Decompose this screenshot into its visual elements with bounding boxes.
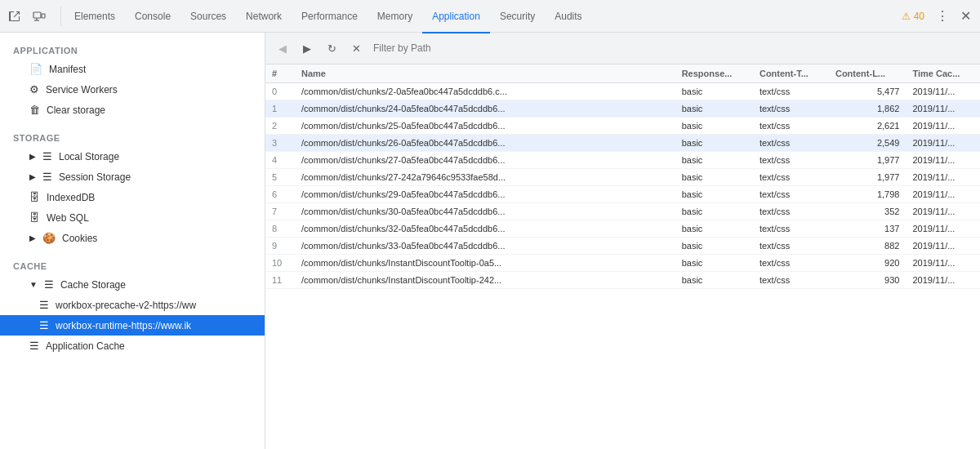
inspect-icon[interactable] [3,5,26,28]
sidebar-item-local-storage-label: Local Storage [59,151,119,162]
cell-content-type: text/css [753,272,829,289]
sidebar-item-workbox-runtime[interactable]: ☰ workbox-runtime-https://www.ik [0,315,265,336]
cell-num: 7 [265,203,295,220]
tab-elements[interactable]: Elements [65,1,125,33]
cell-content-type: text/css [753,135,829,152]
sidebar-item-local-storage[interactable]: ▶ ☰ Local Storage [0,146,265,167]
cell-response: basic [675,272,753,289]
sidebar-item-indexeddb[interactable]: 🗄 IndexedDB [0,187,265,207]
sidebar-item-service-workers-label: Service Workers [46,84,118,96]
cell-response: basic [675,203,753,220]
refresh-button[interactable]: ↻ [321,38,342,59]
warning-icon: ⚠ [902,11,911,22]
table-row[interactable]: 1 /common/dist/chunks/24-0a5fea0bc447a5d… [265,100,980,118]
cell-content-length: 5,477 [829,83,906,100]
col-header-content-type[interactable]: Content-T... [753,64,829,83]
sidebar-item-session-storage[interactable]: ▶ ☰ Session Storage [0,167,265,187]
sidebar-item-web-sql-label: Web SQL [47,212,89,224]
table-row[interactable]: 3 /common/dist/chunks/26-0a5fea0bc447a5d… [265,135,980,152]
cell-num: 5 [265,169,295,186]
table-row[interactable]: 4 /common/dist/chunks/27-0a5fea0bc447a5d… [265,152,980,169]
sidebar-item-service-workers[interactable]: ⚙ Service Workers [0,79,265,100]
sidebar-item-web-sql[interactable]: 🗄 Web SQL [0,207,265,228]
tab-audits[interactable]: Audits [545,1,591,33]
cell-num: 10 [265,255,295,272]
arrow-icon: ▶ [29,152,36,161]
tab-performance[interactable]: Performance [292,1,368,33]
sidebar-item-cache-storage-label: Cache Storage [60,279,126,291]
tab-application[interactable]: Application [422,1,490,33]
cell-content-length: 352 [829,203,906,220]
filter-input[interactable] [370,41,973,56]
svg-rect-0 [33,12,41,18]
sidebar-item-cookies[interactable]: ▶ 🍪 Cookies [0,228,265,248]
tab-console[interactable]: Console [125,1,180,33]
cell-num: 9 [265,238,295,255]
workbox-runtime-icon: ☰ [39,319,49,331]
sidebar-item-workbox-runtime-label: workbox-runtime-https://www.ik [56,320,191,331]
sidebar-section-application: Application [0,39,265,59]
cell-num: 6 [265,186,295,203]
tab-network[interactable]: Network [236,1,292,33]
cell-content-type: text/css [753,203,829,220]
clear-storage-icon: 🗑 [29,104,40,116]
cell-name: /common/dist/chunks/26-0a5fea0bc447a5dcd… [295,135,675,152]
table-row[interactable]: 7 /common/dist/chunks/30-0a5fea0bc447a5d… [265,203,980,220]
cell-content-length: 1,862 [829,100,906,118]
table-row[interactable]: 2 /common/dist/chunks/25-0a5fea0bc447a5d… [265,118,980,135]
tab-security[interactable]: Security [490,1,545,33]
cell-response: basic [675,220,753,238]
more-options-button[interactable]: ⋮ [931,5,954,28]
back-button[interactable]: ◀ [272,38,293,59]
cell-response: basic [675,83,753,100]
sidebar-item-manifest-label: Manifest [49,64,86,75]
table-row[interactable]: 11 /common/dist/chunks/InstantDiscountTo… [265,272,980,289]
col-header-response[interactable]: Response... [675,64,753,83]
table-row[interactable]: 9 /common/dist/chunks/33-0a5fea0bc447a5d… [265,238,980,255]
cache-table: # Name Response... Content-T... Content-… [265,64,980,449]
table-row[interactable]: 6 /common/dist/chunks/29-0a5fea0bc447a5d… [265,186,980,203]
cell-name: /common/dist/chunks/25-0a5fea0bc447a5dcd… [295,118,675,135]
sidebar-item-workbox-precache[interactable]: ☰ workbox-precache-v2-https://ww [0,295,265,315]
cell-time-cache: 2019/11/... [906,238,980,255]
clear-button[interactable]: ✕ [345,38,367,59]
cell-content-type: text/css [753,238,829,255]
svg-rect-1 [42,14,45,18]
cell-content-type: text/css [753,152,829,169]
cell-content-length: 2,621 [829,118,906,135]
col-header-content-length[interactable]: Content-L... [829,64,906,83]
sidebar-item-clear-storage[interactable]: 🗑 Clear storage [0,100,265,120]
cache-storage-icon: ☰ [44,278,54,291]
cell-time-cache: 2019/11/... [906,152,980,169]
device-icon[interactable] [28,5,51,28]
sidebar-item-manifest[interactable]: 📄 Manifest [0,59,265,79]
sidebar-item-workbox-precache-label: workbox-precache-v2-https://ww [56,300,196,311]
cell-time-cache: 2019/11/... [906,83,980,100]
cell-content-type: text/css [753,100,829,118]
cell-content-length: 882 [829,238,906,255]
sidebar-item-application-cache[interactable]: ☰ Application Cache [0,336,265,356]
col-header-name[interactable]: Name [295,64,675,83]
close-button[interactable]: ✕ [954,5,977,28]
cache-entries-table: # Name Response... Content-T... Content-… [265,64,980,289]
sidebar-section-cache: Cache [0,255,265,274]
cell-name: /common/dist/chunks/33-0a5fea0bc447a5dcd… [295,238,675,255]
cell-time-cache: 2019/11/... [906,203,980,220]
table-row[interactable]: 8 /common/dist/chunks/32-0a5fea0bc447a5d… [265,220,980,238]
cell-content-length: 1,977 [829,169,906,186]
warning-badge[interactable]: ⚠ 40 [895,9,931,24]
col-header-num[interactable]: # [265,64,295,83]
sidebar-item-cache-storage[interactable]: ▼ ☰ Cache Storage [0,274,265,295]
table-row[interactable]: 10 /common/dist/chunks/InstantDiscountTo… [265,255,980,272]
tab-sources[interactable]: Sources [180,1,236,33]
tab-memory[interactable]: Memory [368,1,422,33]
forward-button[interactable]: ▶ [296,38,318,59]
cell-time-cache: 2019/11/... [906,220,980,238]
table-row[interactable]: 5 /common/dist/chunks/27-242a79646c9533f… [265,169,980,186]
table-row[interactable]: 0 /common/dist/chunks/2-0a5fea0bc447a5dc… [265,83,980,100]
cell-content-length: 137 [829,220,906,238]
col-header-time-cache[interactable]: Time Cac... [906,64,980,83]
sidebar-item-application-cache-label: Application Cache [46,340,125,352]
sidebar-item-session-storage-label: Session Storage [59,171,131,183]
cell-num: 2 [265,118,295,135]
